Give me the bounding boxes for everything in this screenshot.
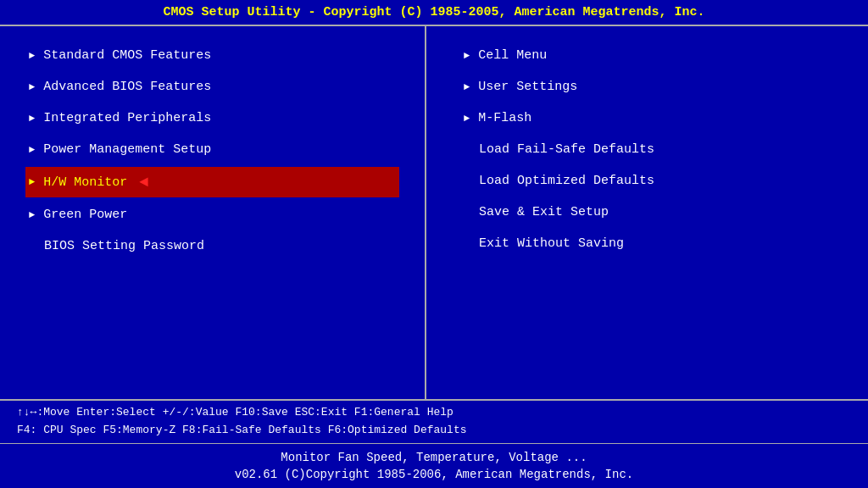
menu-item-label: Advanced BIOS Features [43,80,211,94]
arrow-icon: ► [29,81,35,93]
menu-item-label: M-Flash [478,111,531,125]
menu-item-label: Cell Menu [478,48,547,63]
menu-item-label: BIOS Setting Password [44,239,204,253]
status-bar: ↑↓↔:Move Enter:Select +/-/:Value F10:Sav… [0,401,868,444]
menu-item-label: Green Power [43,208,127,222]
menu-item-hw-monitor[interactable]: ►H/W Monitor◄ [25,167,399,197]
selected-arrow-icon: ◄ [139,174,148,191]
menu-item-label: H/W Monitor [43,175,127,190]
arrow-icon: ► [29,113,35,125]
arrow-icon: ► [464,81,470,93]
menu-item-label: Power Management Setup [43,142,211,157]
menu-item-m-flash[interactable]: ►M-Flash [460,104,834,132]
menu-item-label: Save & Exit Setup [479,205,609,219]
menu-item-label: Exit Without Saving [479,236,624,251]
menu-item-advanced-bios[interactable]: ►Advanced BIOS Features [25,73,399,101]
arrow-icon: ► [464,113,470,125]
bios-screen: CMOS Setup Utility - Copyright (C) 1985-… [0,0,868,488]
menu-item-label: Standard CMOS Features [43,48,211,63]
arrow-icon: ► [29,176,35,188]
menu-item-power-management[interactable]: ►Power Management Setup [25,136,399,164]
menu-item-cell-menu[interactable]: ►Cell Menu [460,42,834,69]
footer-description: Monitor Fan Speed, Temperature, Voltage … [0,451,868,464]
left-column: ►Standard CMOS Features►Advanced BIOS Fe… [0,26,426,399]
menu-item-label: User Settings [478,80,577,94]
menu-item-label: Integrated Peripherals [43,111,211,125]
right-column: ►Cell Menu►User Settings►M-FlashLoad Fai… [426,26,868,399]
menu-item-bios-password[interactable]: BIOS Setting Password [25,232,399,260]
arrow-icon: ► [29,50,35,62]
menu-item-load-failsafe[interactable]: Load Fail-Safe Defaults [460,136,834,164]
footer-copyright: v02.61 (C)Copyright 1985-2006, American … [0,468,868,481]
arrow-icon: ► [29,144,35,156]
title-text: CMOS Setup Utility - Copyright (C) 1985-… [163,5,704,19]
arrow-icon: ► [29,209,35,221]
menu-item-load-optimized[interactable]: Load Optimized Defaults [460,167,834,195]
menu-item-user-settings[interactable]: ►User Settings [460,73,834,101]
arrow-icon: ► [464,50,470,62]
main-content: ►Standard CMOS Features►Advanced BIOS Fe… [0,26,868,401]
title-bar: CMOS Setup Utility - Copyright (C) 1985-… [0,0,868,26]
menu-item-label: Load Fail-Safe Defaults [479,142,654,157]
menu-item-exit-nosave[interactable]: Exit Without Saving [460,230,834,258]
menu-item-standard-cmos[interactable]: ►Standard CMOS Features [25,42,399,69]
footer: Monitor Fan Speed, Temperature, Voltage … [0,444,868,488]
menu-item-integrated-peripherals[interactable]: ►Integrated Peripherals [25,104,399,132]
status-line-1: ↑↓↔:Move Enter:Select +/-/:Value F10:Sav… [17,404,851,422]
menu-item-save-exit[interactable]: Save & Exit Setup [460,198,834,226]
menu-item-label: Load Optimized Defaults [479,174,654,188]
menu-item-green-power[interactable]: ►Green Power [25,201,399,229]
status-line-2: F4: CPU Spec F5:Memory-Z F8:Fail-Safe De… [17,422,851,440]
